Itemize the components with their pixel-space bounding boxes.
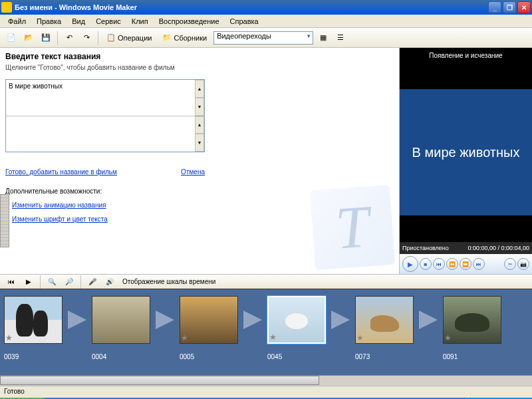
transition-slot[interactable] <box>243 311 262 329</box>
effects-icon[interactable]: ★ <box>356 333 364 342</box>
preview-time: 0:00:00,00 / 0:00:04,00 <box>467 245 529 251</box>
open-button[interactable]: 📂 <box>21 31 36 45</box>
window-titlebar: Без имени - Windows Movie Maker _ ❐ ✕ <box>0 0 532 15</box>
filmstrip-icon <box>0 194 9 247</box>
storyboard-clip[interactable]: ★ <box>180 296 238 344</box>
maximize-button[interactable]: ❐ <box>503 1 516 13</box>
new-button[interactable]: 📄 <box>4 31 19 45</box>
effects-icon[interactable]: ★ <box>93 333 100 342</box>
storyboard-clip[interactable]: ★ <box>4 296 63 344</box>
timeline-toolbar: ⏮ ▶ 🔍 🔎 🎤 🔊 Отображение шкалы времени <box>0 274 532 289</box>
storyboard-clip[interactable]: ★ <box>355 296 414 344</box>
snapshot-button[interactable]: 📷 <box>517 258 529 270</box>
window-title: Без имени - Windows Movie Maker <box>15 3 488 11</box>
effects-icon[interactable]: ★ <box>269 332 277 342</box>
transition-slot[interactable] <box>419 311 438 329</box>
clip-label: 0091 <box>443 353 458 360</box>
undo-button[interactable]: ↶ <box>62 31 76 45</box>
effects-icon[interactable]: ★ <box>444 333 452 342</box>
storyboard-clip[interactable]: ★ <box>92 296 150 344</box>
stop-button[interactable]: ■ <box>420 258 432 270</box>
menu-view[interactable]: Вид <box>66 16 90 27</box>
menu-service[interactable]: Сервис <box>90 16 126 27</box>
audio-levels-button[interactable]: 🔊 <box>102 275 117 289</box>
menu-clip[interactable]: Клип <box>126 16 154 27</box>
tasks-button[interactable]: 📋 Операции <box>102 32 156 43</box>
storyboard-clip[interactable]: ★ <box>443 296 501 344</box>
storyboard-scrollbar[interactable] <box>0 375 532 386</box>
menu-file[interactable]: Файл <box>3 16 31 27</box>
menu-help[interactable]: Справка <box>225 16 264 27</box>
title-hint: Щелкните "Готово", чтобы добавить назван… <box>5 64 394 71</box>
transition-slot[interactable] <box>68 311 86 329</box>
zoom-out-button[interactable]: 🔎 <box>62 275 76 289</box>
storyboard-clip[interactable]: ★ <box>267 296 326 344</box>
storyboard: ★ 0039 ★ 0004 ★ 0005 ★ 0045 ★ 0073 ★ 009… <box>0 289 532 375</box>
transition-slot[interactable] <box>156 311 174 329</box>
menu-playback[interactable]: Воспроизведение <box>154 16 225 27</box>
collection-dropdown[interactable]: Видеопереходы <box>213 31 313 45</box>
effects-icon[interactable]: ★ <box>181 333 188 342</box>
minimize-button[interactable]: _ <box>488 1 501 13</box>
prev-button[interactable]: ⏮ <box>433 258 445 270</box>
timeline-view-toggle[interactable]: Отображение шкалы времени <box>122 278 215 285</box>
done-link[interactable]: Готово, добавить название в фильм <box>5 168 117 176</box>
cancel-link[interactable]: Отмена <box>181 168 205 176</box>
redo-button[interactable]: ↷ <box>79 31 94 45</box>
title-text-input[interactable]: В мире животных▲▼ ▲▼ <box>5 79 205 152</box>
timeline-play-button[interactable]: ▶ <box>21 275 36 289</box>
save-button[interactable]: 💾 <box>39 31 53 45</box>
collections-button[interactable]: 📁 Сборники <box>158 32 211 43</box>
preview-controls: ▶ ■ ⏮ ⏪ ⏩ ⏭ ✂ 📷 <box>400 254 532 274</box>
title-editor-panel: Введите текст названия Щелкните "Готово"… <box>0 48 399 274</box>
preview-effect-label: Появление и исчезание <box>400 48 532 63</box>
close-button[interactable]: ✕ <box>517 1 531 13</box>
title-watermark-icon: T <box>310 185 395 270</box>
narrate-button[interactable]: 🎤 <box>85 275 100 289</box>
rewind-button[interactable]: ⏪ <box>446 258 458 270</box>
split-button[interactable]: ✂ <box>504 258 516 270</box>
preview-time-bar: Приостановлено 0:00:00,00 / 0:00:04,00 <box>400 242 532 254</box>
title-heading: Введите текст названия <box>5 52 394 61</box>
clip-label: 0005 <box>180 353 194 360</box>
effects-icon[interactable]: ★ <box>5 333 13 342</box>
status-bar: Готово <box>0 386 532 398</box>
clip-label: 0039 <box>4 353 19 360</box>
zoom-in-button[interactable]: 🔍 <box>45 275 59 289</box>
view-details-button[interactable]: ☰ <box>333 31 348 45</box>
next-button[interactable]: ⏭ <box>473 258 485 270</box>
preview-title-text: В мире животных <box>400 89 532 215</box>
clip-label: 0073 <box>355 353 370 360</box>
preview-status: Приостановлено <box>402 245 449 251</box>
timeline-rewind-button[interactable]: ⏮ <box>4 275 19 289</box>
clip-label: 0004 <box>92 353 106 360</box>
menu-edit[interactable]: Правка <box>31 16 66 27</box>
toolbar: 📄 📂 💾 ↶ ↷ 📋 Операции 📁 Сборники Видеопер… <box>0 28 532 48</box>
clip-label: 0045 <box>267 353 282 360</box>
play-button[interactable]: ▶ <box>402 256 418 272</box>
app-icon <box>1 2 12 13</box>
menu-bar: Файл Правка Вид Сервис Клип Воспроизведе… <box>0 15 532 28</box>
forward-button[interactable]: ⏩ <box>460 258 471 270</box>
preview-panel: Появление и исчезание В мире животных Пр… <box>399 48 532 274</box>
view-thumbnails-button[interactable]: ▦ <box>316 31 331 45</box>
transition-slot[interactable] <box>331 311 350 329</box>
preview-monitor: В мире животных <box>400 63 532 242</box>
